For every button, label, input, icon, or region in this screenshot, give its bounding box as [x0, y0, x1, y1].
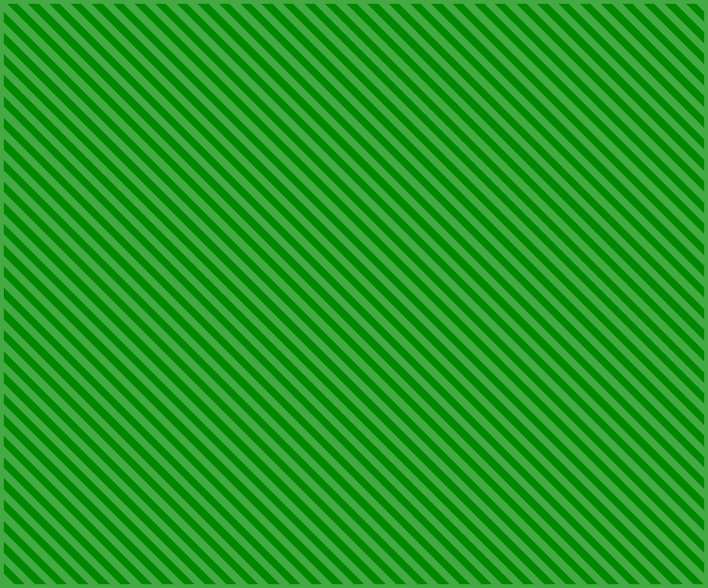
stack-arena: arena [171, 279, 241, 494]
central-row-empty: empty [582, 147, 679, 168]
mspan-row-prev: prev [350, 284, 432, 333]
mheap-cell-busy: busy [199, 20, 246, 76]
stack-spans: spans [171, 138, 241, 194]
mheap-table: mheap free freelarge busy busylarge alls… [23, 19, 625, 77]
mspan-label: mspan [382, 216, 415, 229]
mspan-row-npages: npages [350, 382, 432, 430]
mspan-row-nelems: nelems [350, 430, 432, 479]
arrow-spans-to-central [243, 157, 600, 163]
mspan-row-next: next [350, 235, 432, 284]
central-row-spanclass: spanclass [582, 106, 679, 127]
mheap-cell-empty2 [503, 20, 559, 76]
stack-bitmap: bitmap [171, 194, 241, 279]
arrow-startaddr-to-arena [243, 358, 349, 377]
central-inner-table: spanclass nonempty empty nmalloc [581, 105, 680, 189]
left-stack: ptr spans bitmap arena [171, 110, 241, 494]
mspan-bracket [358, 225, 382, 234]
mheap-cell-spans: spans [395, 20, 446, 76]
mheap-cell-free: free [74, 20, 121, 76]
mheap-cell-mheap: mheap [23, 20, 74, 76]
central-row-nmalloc: nmalloc [582, 168, 679, 188]
mspan-table: next prev startAddr npages nelems spancl… [349, 234, 433, 529]
mheap-cell-busylarge: busylarge [246, 20, 324, 76]
stack-ptr: ptr [171, 110, 241, 138]
mspan-row-spanclass: spanclass [350, 479, 432, 528]
mspan-row-startaddr: startAddr [350, 333, 432, 382]
mheap-cell-empty1 [446, 20, 503, 76]
central-label: central [593, 88, 640, 101]
mheap-cell-central: central [559, 20, 625, 76]
main-container: mheap free freelarge busy busylarge alls… [11, 11, 697, 577]
mheap-cell-freelarge: freelarge [121, 20, 199, 76]
watermark: https://blog.csdn.net/cyq5239075 [497, 555, 678, 565]
mheap-cell-allspans: allspans [324, 20, 395, 76]
arrow-ptr-to-central [243, 124, 600, 138]
central-row-nonempty: nonempty [582, 127, 679, 147]
